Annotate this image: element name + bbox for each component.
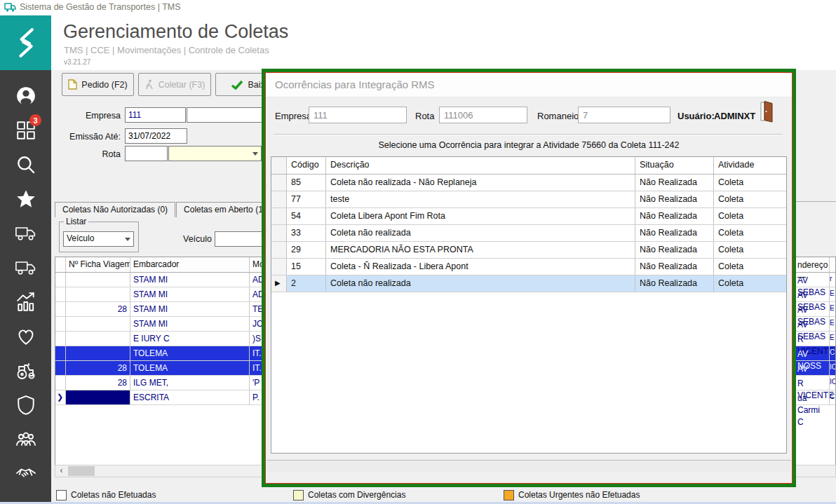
ocorrencia-row[interactable]: 77testeNão RealizadaColeta: [271, 191, 786, 208]
cell-fragment: IC: [830, 376, 835, 390]
col-situacao[interactable]: Situação: [635, 157, 714, 174]
sidebar-item-handshake[interactable]: [0, 456, 51, 491]
row-indicator: [271, 208, 287, 224]
sidebar-item-shield[interactable]: [0, 388, 51, 422]
cell-embarcador: TOLEMA: [130, 361, 250, 375]
tab-coletas-em-aberto[interactable]: Coletas em Aberto (1): [176, 202, 274, 217]
shield-icon: [15, 395, 36, 416]
modal-romaneio-input[interactable]: [578, 107, 670, 123]
col-embarcador[interactable]: Embarcador: [130, 257, 250, 272]
coletar-button[interactable]: Coletar (F3): [138, 73, 211, 96]
scroll-left-button[interactable]: ‹: [55, 465, 67, 477]
row-indicator: [55, 332, 66, 346]
emissao-label: Emissão Até:: [58, 132, 121, 142]
coletar-button-label: Coletar (F3): [159, 80, 205, 90]
sidebar-item-search[interactable]: [0, 147, 51, 182]
page-title: Gerenciamento de Coletas: [63, 21, 288, 43]
listar-combo[interactable]: Veículo: [63, 231, 134, 247]
legend-item: Coletas com Divergências: [293, 490, 504, 500]
legend-item: Coletas não Efetuadas: [56, 490, 293, 500]
veiculo-label: Veículo: [149, 234, 212, 244]
ocorrencias-modal: Ocorrências para Integração RMS Empresa …: [262, 69, 796, 487]
ocorrencia-row[interactable]: 15Coleta - Ñ Realizada - Libera ApontNão…: [271, 259, 786, 275]
rota-input[interactable]: [125, 146, 168, 161]
sidebar-item-team[interactable]: [0, 422, 51, 456]
cell-fragment: E: [830, 287, 835, 301]
handshake-icon: [15, 463, 36, 484]
ocorrencia-row[interactable]: 54Coleta Libera Apont Fim RotaNão Realiz…: [271, 208, 786, 225]
cell-atividade: Coleta: [714, 208, 786, 224]
cell-embarcador: ESCRITA: [130, 390, 250, 404]
modal-status-bar: [267, 460, 791, 472]
modal-empresa-label: Empresa: [275, 111, 311, 121]
cell-codigo: 15: [287, 259, 326, 275]
scrollbar-thumb[interactable]: [68, 466, 95, 476]
sidebar-item-truck[interactable]: [0, 216, 51, 250]
sidebar-item-user[interactable]: [0, 79, 51, 113]
emissao-input[interactable]: [125, 128, 187, 144]
app-window: Sistema de Gestão de Transportes | TMS 3…: [0, 0, 836, 504]
sidebar-item-tractor[interactable]: [0, 353, 51, 388]
row-indicator: [55, 361, 66, 375]
row-indicator: [55, 302, 66, 316]
cell-situacao: Não Realizada: [635, 242, 714, 258]
rota-combo[interactable]: [168, 146, 262, 161]
ocorrencia-row[interactable]: 29MERCADORIA NÃO ESTA PRONTANão Realizad…: [271, 242, 786, 259]
notification-badge: 3: [29, 114, 41, 126]
pedido-button[interactable]: Pedido (F2): [62, 73, 134, 96]
ocorrencia-row[interactable]: 33Coleta não realizadaNão RealizadaColet…: [271, 225, 786, 242]
green-check-icon: [231, 80, 243, 90]
cell-codigo: 54: [287, 208, 326, 224]
page-header: Gerenciamento de Coletas TMS | CCE | Mov…: [51, 15, 836, 70]
col-descricao[interactable]: Descrição: [326, 157, 635, 174]
sidebar-item-truck-delivery[interactable]: [0, 250, 51, 285]
cell-fragment: E: [830, 332, 835, 346]
truck-icon: [15, 223, 36, 244]
col-codigo[interactable]: Código: [287, 157, 326, 174]
cell-endereco: AV SEBAS: [795, 273, 830, 287]
cell-descricao: Coleta Libera Apont Fim Rota: [326, 208, 635, 224]
pedido-button-label: Pedido (F2): [81, 80, 127, 90]
col-endereco[interactable]: ndereço —: [795, 257, 830, 272]
modal-separator: [274, 134, 783, 135]
cell-descricao: teste: [326, 191, 635, 207]
empresa-input[interactable]: [125, 107, 186, 123]
sidebar-item-favorites-star[interactable]: [0, 182, 51, 216]
sidebar-item-apps-grid[interactable]: 3: [0, 113, 51, 147]
cell-embarcador: STAM MI: [130, 273, 250, 287]
cell-ficha: [66, 390, 130, 404]
ocorrencias-table-body: 85Coleta não realizada - Não ReplanejaNã…: [271, 175, 786, 292]
document-icon: [68, 79, 77, 90]
window-title: Sistema de Gestão de Transportes | TMS: [20, 2, 181, 12]
cell-atividade: Coleta: [714, 225, 786, 241]
ocorrencia-row[interactable]: ▶2Coleta não realizadaNão RealizadaColet…: [271, 275, 786, 292]
modal-usuario-value: ADMINXT: [714, 111, 755, 121]
app-logo[interactable]: [0, 15, 51, 70]
sidebar-item-chart[interactable]: [0, 285, 51, 319]
cell-endereco: R VICENTE: [795, 376, 830, 390]
ocorrencia-row[interactable]: 85Coleta não realizada - Não ReplanejaNã…: [271, 175, 786, 191]
row-indicator: [271, 225, 287, 241]
cell-embarcador: STAM MI: [130, 302, 250, 316]
cell-endereco: AV SEBAS: [795, 287, 830, 301]
sidebar: 3: [0, 15, 51, 504]
cell-situacao: Não Realizada: [635, 275, 714, 292]
ocorrencias-table: Código Descrição Situação Atividade 85Co…: [271, 156, 787, 454]
tab-coletas-nao-autorizadas[interactable]: Coletas Não Autorizadas (0): [55, 202, 175, 217]
cell-codigo: 33: [287, 225, 326, 241]
modal-title: Ocorrências para Integração RMS: [265, 72, 793, 97]
cell-descricao: Coleta não realizada: [326, 275, 635, 292]
col-ficha-viagem[interactable]: Nº Ficha Viagem: [66, 257, 130, 272]
row-indicator: [55, 317, 66, 331]
chart-icon: [15, 292, 36, 313]
cell-descricao: Coleta não realizada: [326, 225, 635, 241]
cell-fragment: E: [830, 317, 835, 331]
sidebar-item-heart[interactable]: [0, 319, 51, 353]
modal-empresa-input[interactable]: [309, 107, 407, 123]
modal-rota-input[interactable]: [439, 107, 527, 123]
col-atividade[interactable]: Atividade: [714, 157, 786, 174]
ocorrencias-table-header: Código Descrição Situação Atividade: [271, 157, 786, 175]
modal-instruction: Selecione uma Ocorrência para integrar a…: [265, 140, 793, 150]
exit-door-button[interactable]: [759, 100, 774, 125]
row-indicator: [271, 259, 287, 275]
